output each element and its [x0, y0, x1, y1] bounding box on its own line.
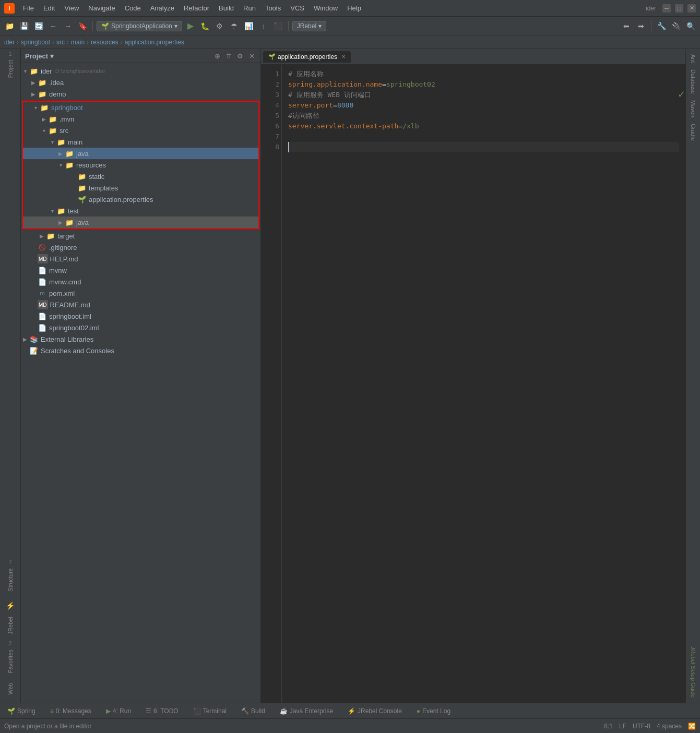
tree-item-test[interactable]: ▾ 📁 test — [23, 205, 258, 217]
tree-item-readme-md[interactable]: MD README.md — [21, 299, 260, 310]
sidebar-item-jrebel[interactable]: ⚡ JRebel — [3, 598, 18, 638]
tree-item-static[interactable]: 📁 static — [23, 171, 258, 182]
build-artifacts-button[interactable]: ⚙ — [213, 20, 226, 32]
code-editor[interactable]: # 应用名称 spring.application.name=springboo… — [282, 65, 685, 703]
tree-item-gitignore[interactable]: 🚫 .gitignore — [21, 242, 260, 253]
menu-navigate[interactable]: Navigate — [84, 3, 119, 13]
tree-item-scratches[interactable]: 📝 Scratches and Consoles — [21, 345, 260, 356]
bottom-tab-jrebel-console[interactable]: ⚡ JRebel Console — [340, 705, 409, 717]
run-button[interactable]: ▶ — [184, 20, 197, 32]
tree-item-resources[interactable]: ▾ 📁 resources — [23, 159, 258, 171]
menu-edit[interactable]: Edit — [39, 3, 59, 13]
breadcrumb-springboot[interactable]: springboot — [21, 39, 50, 46]
right-tool-database[interactable]: Database — [689, 66, 698, 97]
tree-item-mvn[interactable]: ▶ 📁 .mvn — [23, 113, 258, 125]
tree-item-springboot[interactable]: ▾ 📁 springboot — [23, 102, 258, 113]
tree-item-main[interactable]: ▾ 📁 main — [23, 136, 258, 148]
editor-tab-app-properties[interactable]: 🌱 application.properties ✕ — [263, 51, 351, 63]
forward-nav-button[interactable]: ➡ — [635, 20, 647, 32]
tree-item-springboot02-iml[interactable]: 📄 springboot02.iml — [21, 322, 260, 333]
menu-file[interactable]: File — [19, 3, 38, 13]
bottom-tab-spring[interactable]: 🌱 Spring — [0, 705, 43, 717]
menu-view[interactable]: View — [60, 3, 83, 13]
bottom-tab-terminal[interactable]: ⬛ Terminal — [186, 705, 234, 717]
stop-button[interactable]: ⬛ — [272, 20, 284, 32]
settings-button[interactable]: 🔧 — [655, 20, 668, 32]
breadcrumb-src[interactable]: src — [56, 39, 65, 46]
status-position[interactable]: 8:1 — [604, 723, 613, 730]
right-tool-jrebel-guide[interactable]: JRebel Setup Guide — [689, 643, 698, 701]
menu-analyze[interactable]: Analyze — [146, 3, 179, 13]
coverage-button[interactable]: ☂ — [228, 20, 241, 32]
save-button[interactable]: 💾 — [18, 20, 30, 32]
sidebar-item-structure[interactable]: 7 Structure — [6, 559, 15, 595]
sync-button[interactable]: 🔄 — [32, 20, 45, 32]
sidebar-item-web-label[interactable]: Web — [6, 680, 15, 698]
bottom-tab-messages[interactable]: ≡ 0: Messages — [43, 705, 99, 717]
menu-refactor[interactable]: Refactor — [180, 3, 213, 13]
right-tool-ant[interactable]: Ant — [689, 51, 698, 66]
jrebel-selector[interactable]: JRebel ▾ — [292, 21, 326, 31]
bottom-tab-todo[interactable]: ☰ 6: TODO — [138, 705, 186, 717]
tree-item-idea[interactable]: ▶ 📁 .idea — [21, 77, 260, 88]
tree-item-demo[interactable]: ▶ 📁 demo — [21, 88, 260, 100]
sidebar-item-jrebel-label[interactable]: JRebel — [6, 614, 15, 638]
breadcrumb-main[interactable]: main — [71, 39, 85, 46]
forward-button[interactable]: → — [62, 20, 74, 32]
tree-item-templates[interactable]: 📁 templates — [23, 182, 258, 194]
menu-code[interactable]: Code — [121, 3, 145, 13]
collapse-all-button[interactable]: ⇈ — [224, 51, 233, 61]
menu-vcs[interactable]: VCS — [286, 3, 309, 13]
minimize-button[interactable]: ─ — [662, 4, 671, 13]
sidebar-item-favorites-label[interactable]: Favorites — [6, 646, 15, 676]
panel-settings-button[interactable]: ⚙ — [235, 51, 245, 61]
debug-button[interactable]: 🐛 — [199, 20, 211, 32]
back-nav-button[interactable]: ⬅ — [620, 20, 633, 32]
bottom-tab-java-enterprise[interactable]: ☕ Java Enterprise — [272, 705, 340, 717]
project-selector[interactable]: 🌱 SpringbootApplication ▾ — [97, 21, 182, 31]
tree-item-app-properties[interactable]: 🌱 application.properties — [23, 194, 258, 205]
right-tool-maven[interactable]: Maven — [689, 97, 698, 121]
tree-item-springboot-iml[interactable]: 📄 springboot.iml — [21, 310, 260, 322]
breadcrumb-file[interactable]: application.properties — [125, 39, 184, 46]
sidebar-item-structure-label[interactable]: Structure — [6, 565, 15, 595]
bottom-tab-run[interactable]: ▶ 4: Run — [99, 705, 138, 717]
right-tool-gradle[interactable]: Gradle — [689, 121, 698, 144]
menu-tools[interactable]: Tools — [261, 3, 285, 13]
sidebar-item-project[interactable]: 1 Project — [6, 51, 15, 81]
status-encoding[interactable]: UTF-8 — [633, 723, 650, 730]
menu-run[interactable]: Run — [239, 3, 260, 13]
status-indent[interactable]: 4 spaces — [657, 723, 682, 730]
tree-item-external-libs[interactable]: ▶ 📚 External Libraries — [21, 333, 260, 345]
tree-item-java[interactable]: ▶ 📁 java — [23, 148, 258, 159]
update-button[interactable]: ↕ — [257, 20, 270, 32]
bottom-tab-event-log[interactable]: ● Event Log — [409, 705, 458, 717]
open-folder-button[interactable]: 📁 — [3, 20, 16, 32]
tree-item-target[interactable]: ▶ 📁 target — [21, 230, 260, 242]
status-lf[interactable]: LF — [619, 723, 626, 730]
profile-button[interactable]: 📊 — [243, 20, 255, 32]
tree-item-test-java[interactable]: ▶ 📁 java — [23, 217, 258, 228]
tree-item-mvnw-cmd[interactable]: 📄 mvnw.cmd — [21, 276, 260, 287]
tab-close-button[interactable]: ✕ — [341, 54, 346, 59]
tree-item-mvnw[interactable]: 📄 mvnw — [21, 265, 260, 276]
sidebar-item-web[interactable]: Web — [6, 680, 15, 698]
breadcrumb-ider[interactable]: ider — [4, 39, 15, 46]
panel-close-button[interactable]: ✕ — [247, 51, 256, 61]
back-button[interactable]: ← — [47, 20, 60, 32]
sidebar-item-project-label[interactable]: Project — [6, 57, 15, 81]
maximize-button[interactable]: □ — [675, 4, 683, 13]
breadcrumb-resources[interactable]: resources — [91, 39, 118, 46]
tree-item-help-md[interactable]: MD HELP.md — [21, 253, 260, 265]
menu-window[interactable]: Window — [310, 3, 342, 13]
tree-item-ider[interactable]: ▾ 📁 ider D:\zking\xuexin\ider — [21, 65, 260, 77]
menu-help[interactable]: Help — [343, 3, 365, 13]
sidebar-item-favorites[interactable]: 2 Favorites — [6, 641, 15, 676]
search-everywhere-button[interactable]: 🔍 — [684, 20, 697, 32]
bottom-tab-build[interactable]: 🔨 Build — [234, 705, 272, 717]
plugins-button[interactable]: 🔌 — [670, 20, 682, 32]
jrebel-icon[interactable]: ⚡ — [3, 598, 18, 614]
menu-build[interactable]: Build — [215, 3, 238, 13]
locate-button[interactable]: ⊕ — [212, 51, 222, 61]
tree-item-pom-xml[interactable]: m pom.xml — [21, 287, 260, 299]
